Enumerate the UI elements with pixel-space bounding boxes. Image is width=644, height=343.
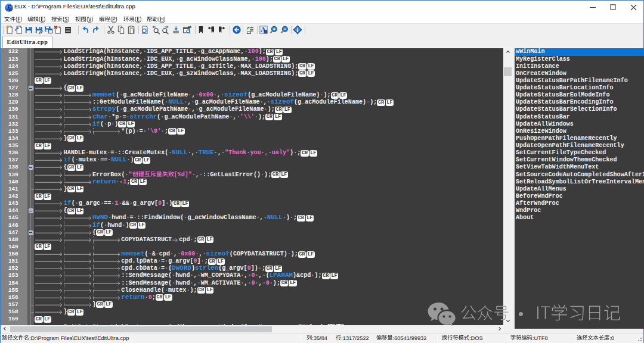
svg-text:A: A — [261, 26, 266, 34]
svg-text:u: u — [9, 6, 11, 11]
svg-text:ab: ab — [188, 25, 191, 29]
